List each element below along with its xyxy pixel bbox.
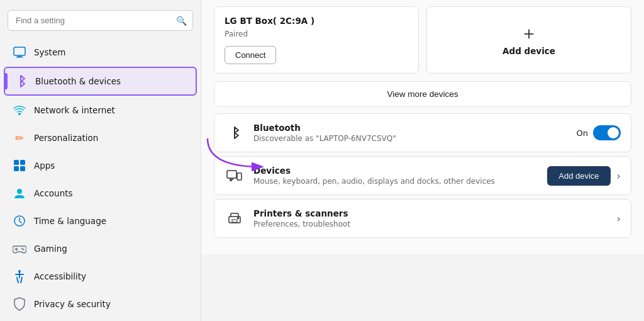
sidebar-item-accessibility[interactable]: Accessibility: [4, 263, 197, 290]
printers-setting-text: Printers & scanners Preferences, trouble…: [253, 208, 608, 228]
bluetooth-title: Bluetooth: [253, 123, 568, 133]
search-input[interactable]: [8, 10, 193, 31]
sidebar-item-personalization-label: Personalization: [34, 133, 98, 143]
gaming-icon: [13, 242, 26, 256]
time-icon: [13, 214, 26, 228]
printers-setting-icon: [225, 208, 245, 228]
devices-setting-row[interactable]: Devices Mouse, keyboard, pen, audio, dis…: [214, 156, 631, 195]
bluetooth-toggle-container: On: [577, 125, 621, 140]
sidebar-item-bluetooth[interactable]: Bluetooth & devices: [4, 67, 197, 96]
main-content: LG BT Box( 2C:9A ) Paired Connect ＋ Add …: [201, 0, 644, 254]
system-icon: [13, 45, 26, 59]
connect-button[interactable]: Connect: [225, 46, 276, 64]
bluetooth-toggle[interactable]: [593, 125, 621, 140]
sidebar-item-accounts[interactable]: Accounts: [4, 180, 197, 206]
sidebar-item-accessibility-label: Accessibility: [34, 271, 86, 281]
sidebar-item-apps-label: Apps: [34, 160, 55, 171]
svg-rect-7: [20, 166, 25, 171]
printers-title: Printers & scanners: [253, 208, 608, 218]
svg-point-13: [23, 249, 24, 250]
active-indicator: [5, 73, 8, 89]
bluetooth-setting-row[interactable]: Bluetooth Discoverable as "LAPTOP-6NV7CS…: [214, 113, 631, 152]
sidebar-item-gaming-label: Gaming: [34, 244, 67, 254]
svg-rect-4: [14, 160, 19, 165]
printers-desc: Preferences, troubleshoot: [253, 220, 608, 228]
paired-device-status: Paired: [225, 30, 408, 38]
sidebar-item-system-label: System: [34, 47, 65, 57]
privacy-icon: [13, 297, 26, 311]
svg-rect-19: [237, 173, 242, 180]
view-more-devices-button[interactable]: View more devices: [214, 81, 631, 107]
sidebar-item-network[interactable]: Network & internet: [4, 97, 197, 123]
accounts-icon: [13, 186, 26, 200]
svg-rect-1: [17, 56, 22, 57]
printers-chevron-icon: ›: [617, 213, 621, 225]
sidebar-item-network-label: Network & internet: [34, 105, 115, 115]
sidebar-item-privacy-label: Privacy & security: [34, 299, 111, 309]
devices-top-row: LG BT Box( 2C:9A ) Paired Connect ＋ Add …: [214, 0, 631, 74]
svg-point-8: [17, 189, 22, 194]
sidebar: 🔍 System Bluetooth & devices: [0, 0, 201, 321]
sidebar-item-privacy[interactable]: Privacy & security: [4, 291, 197, 317]
sidebar-item-accounts-label: Accounts: [34, 188, 73, 198]
svg-point-25: [238, 218, 239, 219]
sidebar-item-apps[interactable]: Apps: [4, 152, 197, 179]
devices-setting-icon: [225, 166, 245, 186]
devices-chevron-icon: ›: [617, 170, 621, 182]
devices-setting-text: Devices Mouse, keyboard, pen, audio, dis…: [253, 166, 538, 186]
svg-rect-18: [227, 171, 236, 178]
sidebar-item-time-label: Time & language: [34, 216, 106, 226]
bluetooth-icon: [14, 74, 28, 88]
bluetooth-desc: Discoverable as "LAPTOP-6NV7CSVQ": [253, 134, 568, 143]
bluetooth-setting-right: On: [577, 125, 621, 140]
accessibility-icon: [13, 269, 26, 283]
sidebar-item-system[interactable]: System: [4, 39, 197, 65]
search-icon: 🔍: [176, 16, 187, 26]
printers-setting-right: ›: [617, 213, 621, 225]
devices-title: Devices: [253, 166, 538, 176]
svg-point-12: [21, 248, 23, 249]
devices-desc: Mouse, keyboard, pen, audio, displays an…: [253, 177, 538, 186]
add-icon: ＋: [520, 25, 538, 42]
printers-setting-row[interactable]: Printers & scanners Preferences, trouble…: [214, 199, 631, 238]
add-device-button[interactable]: Add device: [547, 166, 610, 186]
sidebar-item-gaming[interactable]: Gaming: [4, 235, 197, 262]
svg-rect-6: [14, 166, 19, 171]
bluetooth-setting-text: Bluetooth Discoverable as "LAPTOP-6NV7CS…: [253, 123, 568, 143]
personalization-icon: ✏️: [13, 131, 26, 145]
sidebar-item-personalization[interactable]: ✏️ Personalization: [4, 125, 197, 151]
svg-rect-2: [16, 57, 23, 58]
svg-point-3: [19, 113, 20, 115]
add-device-top-title: Add device: [502, 46, 555, 56]
search-container: 🔍: [8, 10, 193, 31]
bluetooth-setting-icon: [225, 123, 245, 143]
svg-rect-24: [232, 220, 237, 222]
sidebar-item-time[interactable]: Time & language: [4, 208, 197, 234]
paired-device-name: LG BT Box( 2C:9A ): [225, 16, 408, 26]
bluetooth-status-label: On: [577, 128, 588, 138]
svg-rect-5: [20, 160, 25, 165]
sidebar-item-bluetooth-label: Bluetooth & devices: [35, 76, 121, 86]
svg-rect-0: [14, 47, 25, 55]
paired-device-card[interactable]: LG BT Box( 2C:9A ) Paired Connect: [214, 6, 419, 74]
add-device-top-card[interactable]: ＋ Add device: [426, 6, 631, 74]
network-icon: [13, 103, 26, 117]
main-content-wrapper: LG BT Box( 2C:9A ) Paired Connect ＋ Add …: [201, 0, 644, 321]
apps-icon: [13, 159, 26, 172]
devices-setting-right: Add device ›: [547, 166, 621, 186]
